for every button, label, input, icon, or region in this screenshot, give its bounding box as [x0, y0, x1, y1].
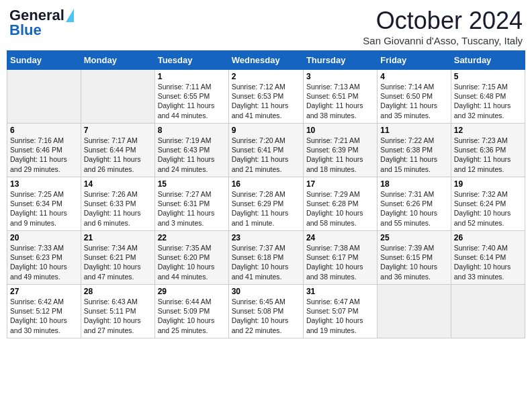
calendar-cell: 5Sunrise: 7:15 AMSunset: 6:48 PMDaylight…	[451, 70, 525, 124]
calendar-cell: 9Sunrise: 7:20 AMSunset: 6:41 PMDaylight…	[228, 124, 303, 177]
calendar-cell: 26Sunrise: 7:40 AMSunset: 6:14 PMDayligh…	[451, 231, 525, 285]
day-number: 16	[232, 179, 300, 189]
calendar-cell: 21Sunrise: 7:34 AMSunset: 6:21 PMDayligh…	[81, 231, 154, 285]
day-info: Sunrise: 6:42 AMSunset: 5:12 PMDaylight:…	[10, 298, 67, 334]
day-number: 31	[306, 287, 374, 296]
calendar-cell: 2Sunrise: 7:12 AMSunset: 6:53 PMDaylight…	[228, 70, 303, 124]
day-info: Sunrise: 7:20 AMSunset: 6:41 PMDaylight:…	[232, 136, 289, 173]
day-info: Sunrise: 7:31 AMSunset: 6:26 PMDaylight:…	[380, 190, 437, 227]
weekday-header-tuesday: Tuesday	[154, 51, 228, 70]
calendar-table: SundayMondayTuesdayWednesdayThursdayFrid…	[7, 50, 525, 338]
calendar-cell: 29Sunrise: 6:44 AMSunset: 5:09 PMDayligh…	[154, 285, 228, 338]
day-info: Sunrise: 7:33 AMSunset: 6:23 PMDaylight:…	[10, 244, 67, 281]
page-header: General Blue October 2024 San Giovanni d…	[7, 7, 525, 46]
day-info: Sunrise: 7:28 AMSunset: 6:29 PMDaylight:…	[232, 190, 289, 227]
day-number: 27	[10, 287, 78, 296]
day-number: 14	[84, 179, 152, 189]
calendar-cell: 22Sunrise: 7:35 AMSunset: 6:20 PMDayligh…	[154, 231, 228, 285]
day-info: Sunrise: 7:23 AMSunset: 6:36 PMDaylight:…	[454, 136, 511, 173]
calendar-cell: 16Sunrise: 7:28 AMSunset: 6:29 PMDayligh…	[228, 177, 303, 231]
day-info: Sunrise: 7:14 AMSunset: 6:50 PMDaylight:…	[380, 83, 437, 120]
weekday-header-row: SundayMondayTuesdayWednesdayThursdayFrid…	[7, 51, 525, 70]
day-number: 4	[380, 72, 447, 81]
day-info: Sunrise: 7:27 AMSunset: 6:31 PMDaylight:…	[158, 190, 215, 227]
day-info: Sunrise: 7:37 AMSunset: 6:18 PMDaylight:…	[232, 244, 289, 281]
day-number: 17	[306, 179, 374, 189]
day-number: 22	[158, 233, 226, 242]
calendar-cell: 28Sunrise: 6:43 AMSunset: 5:11 PMDayligh…	[81, 285, 154, 338]
calendar-cell	[7, 70, 81, 124]
calendar-cell: 20Sunrise: 7:33 AMSunset: 6:23 PMDayligh…	[7, 231, 81, 285]
calendar-cell: 30Sunrise: 6:45 AMSunset: 5:08 PMDayligh…	[228, 285, 303, 338]
calendar-cell: 13Sunrise: 7:25 AMSunset: 6:34 PMDayligh…	[7, 177, 81, 231]
logo-triangle-icon	[66, 9, 74, 22]
calendar-cell: 1Sunrise: 7:11 AMSunset: 6:55 PMDaylight…	[154, 70, 228, 124]
calendar-cell: 7Sunrise: 7:17 AMSunset: 6:44 PMDaylight…	[81, 124, 154, 177]
day-info: Sunrise: 7:22 AMSunset: 6:38 PMDaylight:…	[380, 136, 437, 173]
day-number: 6	[10, 126, 78, 135]
day-info: Sunrise: 7:16 AMSunset: 6:46 PMDaylight:…	[10, 136, 67, 173]
week-row-3: 13Sunrise: 7:25 AMSunset: 6:34 PMDayligh…	[7, 177, 525, 231]
calendar-cell: 23Sunrise: 7:37 AMSunset: 6:18 PMDayligh…	[228, 231, 303, 285]
week-row-5: 27Sunrise: 6:42 AMSunset: 5:12 PMDayligh…	[7, 285, 525, 338]
calendar-cell	[81, 70, 154, 124]
day-number: 13	[10, 179, 78, 189]
calendar-cell: 4Sunrise: 7:14 AMSunset: 6:50 PMDaylight…	[378, 70, 451, 124]
day-info: Sunrise: 7:12 AMSunset: 6:53 PMDaylight:…	[232, 83, 289, 120]
calendar-cell: 3Sunrise: 7:13 AMSunset: 6:51 PMDaylight…	[303, 70, 377, 124]
calendar-cell: 24Sunrise: 7:38 AMSunset: 6:17 PMDayligh…	[303, 231, 377, 285]
title-section: October 2024 San Giovanni d'Asso, Tuscan…	[363, 7, 523, 46]
month-title: October 2024	[363, 7, 523, 35]
weekday-header-friday: Friday	[378, 51, 451, 70]
day-info: Sunrise: 7:32 AMSunset: 6:24 PMDaylight:…	[454, 190, 511, 227]
weekday-header-wednesday: Wednesday	[228, 51, 303, 70]
calendar-cell: 18Sunrise: 7:31 AMSunset: 6:26 PMDayligh…	[378, 177, 451, 231]
day-number: 19	[454, 179, 522, 189]
day-number: 1	[158, 72, 226, 81]
day-info: Sunrise: 7:19 AMSunset: 6:43 PMDaylight:…	[158, 136, 215, 173]
day-number: 9	[232, 126, 300, 135]
week-row-4: 20Sunrise: 7:33 AMSunset: 6:23 PMDayligh…	[7, 231, 525, 285]
day-info: Sunrise: 7:26 AMSunset: 6:33 PMDaylight:…	[84, 190, 141, 227]
day-number: 24	[306, 233, 374, 242]
weekday-header-thursday: Thursday	[303, 51, 377, 70]
day-info: Sunrise: 7:29 AMSunset: 6:28 PMDaylight:…	[306, 190, 363, 227]
day-number: 10	[306, 126, 374, 135]
day-number: 26	[454, 233, 522, 242]
calendar-cell: 12Sunrise: 7:23 AMSunset: 6:36 PMDayligh…	[451, 124, 525, 177]
day-number: 28	[84, 287, 152, 296]
calendar-cell: 27Sunrise: 6:42 AMSunset: 5:12 PMDayligh…	[7, 285, 81, 338]
day-info: Sunrise: 6:44 AMSunset: 5:09 PMDaylight:…	[158, 298, 215, 334]
calendar-cell: 31Sunrise: 6:47 AMSunset: 5:07 PMDayligh…	[303, 285, 377, 338]
day-number: 15	[158, 179, 226, 189]
day-number: 23	[232, 233, 300, 242]
day-number: 8	[158, 126, 226, 135]
weekday-header-monday: Monday	[81, 51, 154, 70]
calendar-cell: 6Sunrise: 7:16 AMSunset: 6:46 PMDaylight…	[7, 124, 81, 177]
day-info: Sunrise: 7:17 AMSunset: 6:44 PMDaylight:…	[84, 136, 141, 173]
calendar-cell: 14Sunrise: 7:26 AMSunset: 6:33 PMDayligh…	[81, 177, 154, 231]
calendar-cell	[451, 285, 525, 338]
week-row-1: 1Sunrise: 7:11 AMSunset: 6:55 PMDaylight…	[7, 70, 525, 124]
day-number: 3	[306, 72, 374, 81]
day-info: Sunrise: 6:45 AMSunset: 5:08 PMDaylight:…	[232, 298, 289, 334]
day-info: Sunrise: 7:11 AMSunset: 6:55 PMDaylight:…	[158, 83, 215, 120]
day-info: Sunrise: 6:47 AMSunset: 5:07 PMDaylight:…	[306, 298, 363, 334]
calendar-cell: 10Sunrise: 7:21 AMSunset: 6:39 PMDayligh…	[303, 124, 377, 177]
day-number: 20	[10, 233, 78, 242]
day-number: 29	[158, 287, 226, 296]
day-number: 21	[84, 233, 152, 242]
logo-blue: Blue	[9, 21, 42, 39]
day-number: 25	[380, 233, 447, 242]
day-number: 2	[232, 72, 300, 81]
day-info: Sunrise: 7:13 AMSunset: 6:51 PMDaylight:…	[306, 83, 363, 120]
weekday-header-sunday: Sunday	[7, 51, 81, 70]
calendar-cell: 11Sunrise: 7:22 AMSunset: 6:38 PMDayligh…	[378, 124, 451, 177]
calendar-cell	[378, 285, 451, 338]
day-number: 12	[454, 126, 522, 135]
calendar-cell: 25Sunrise: 7:39 AMSunset: 6:15 PMDayligh…	[378, 231, 451, 285]
day-info: Sunrise: 7:35 AMSunset: 6:20 PMDaylight:…	[158, 244, 215, 281]
day-number: 30	[232, 287, 300, 296]
location: San Giovanni d'Asso, Tuscany, Italy	[363, 35, 523, 46]
day-info: Sunrise: 7:38 AMSunset: 6:17 PMDaylight:…	[306, 244, 363, 281]
